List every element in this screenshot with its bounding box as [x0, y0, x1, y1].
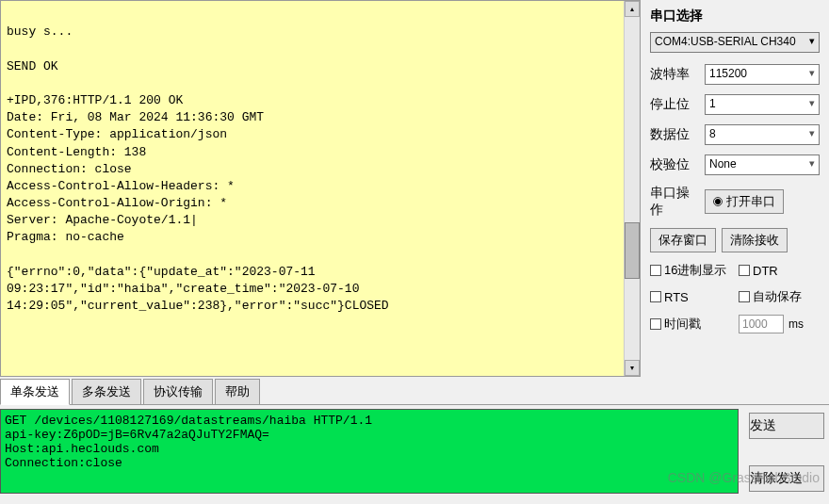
hex-display-checkbox[interactable] [650, 265, 661, 276]
tab-single-send[interactable]: 单条发送 [0, 379, 70, 405]
send-input[interactable]: GET /devices/1108127169/datastreams/haib… [0, 409, 739, 494]
clear-send-button[interactable]: 清除发送 [749, 465, 824, 492]
scroll-thumb[interactable] [625, 222, 640, 279]
clear-receive-button[interactable]: 清除接收 [722, 228, 788, 252]
timestamp-label: 时间戳 [664, 316, 701, 333]
port-op-label: 串口操作 [650, 185, 697, 219]
tab-help[interactable]: 帮助 [215, 379, 260, 404]
timestamp-checkbox[interactable] [650, 318, 661, 330]
save-window-button[interactable]: 保存窗口 [650, 228, 716, 252]
autosave-label: 自动保存 [753, 288, 802, 305]
baud-select[interactable]: 115200 [705, 64, 820, 85]
port-section-title: 串口选择 [650, 8, 820, 24]
ms-label: ms [788, 317, 804, 331]
rts-checkbox[interactable] [650, 291, 661, 302]
autosave-checkbox[interactable] [739, 291, 750, 302]
tab-protocol[interactable]: 协议传输 [143, 379, 213, 404]
send-button-panel: 发送 清除发送 [744, 409, 829, 494]
timestamp-interval-input[interactable] [739, 315, 784, 333]
hex-display-label: 16进制显示 [664, 262, 726, 279]
port-status-icon [713, 197, 723, 206]
receive-output[interactable]: busy s... SEND OK +IPD,376:HTTP/1.1 200 … [1, 1, 624, 376]
baud-label: 波特率 [650, 66, 697, 83]
tab-bar: 单条发送 多条发送 协议传输 帮助 [0, 379, 829, 405]
scroll-down-icon[interactable]: ▾ [625, 360, 640, 376]
parity-select[interactable]: None [705, 154, 820, 175]
stop-select[interactable]: 1 [705, 94, 820, 115]
open-port-label: 打开串口 [726, 193, 775, 210]
parity-label: 校验位 [650, 156, 697, 173]
settings-panel: 串口选择 COM4:USB-SERIAL CH340 波特率 115200 停止… [641, 0, 829, 377]
dtr-checkbox[interactable] [739, 265, 750, 276]
data-label: 数据位 [650, 126, 697, 143]
data-select[interactable]: 8 [705, 124, 820, 145]
tab-multi-send[interactable]: 多条发送 [72, 379, 141, 404]
send-area: 单条发送 多条发送 协议传输 帮助 GET /devices/110812716… [0, 379, 829, 494]
left-panel: busy s... SEND OK +IPD,376:HTTP/1.1 200 … [0, 0, 641, 377]
scrollbar-vertical[interactable]: ▴ ▾ [624, 1, 640, 376]
output-wrap: busy s... SEND OK +IPD,376:HTTP/1.1 200 … [1, 1, 640, 376]
open-port-button[interactable]: 打开串口 [705, 189, 784, 214]
send-button[interactable]: 发送 [749, 413, 824, 439]
scroll-track[interactable] [625, 17, 640, 360]
scroll-up-icon[interactable]: ▴ [625, 1, 640, 17]
rts-label: RTS [664, 290, 689, 304]
dtr-label: DTR [753, 264, 778, 278]
stop-label: 停止位 [650, 96, 697, 113]
port-select[interactable]: COM4:USB-SERIAL CH340 [650, 32, 820, 53]
